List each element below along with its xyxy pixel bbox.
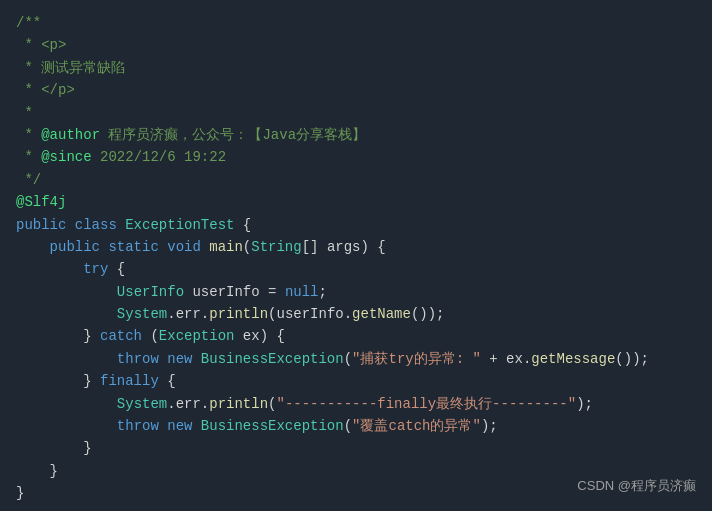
code-line-15: } catch (Exception ex) {: [16, 325, 696, 347]
code-line-10: public class ExceptionTest {: [16, 214, 696, 236]
code-line-9: @Slf4j: [16, 191, 696, 213]
code-line-14: System.err.println(userInfo.getName());: [16, 303, 696, 325]
watermark: CSDN @程序员济癫: [577, 476, 696, 497]
code-line-11: public static void main(String[] args) {: [16, 236, 696, 258]
code-line-17: } finally {: [16, 370, 696, 392]
code-line-16: throw new BusinessException("捕获try的异常: "…: [16, 348, 696, 370]
code-line-7: * @since 2022/12/6 19:22: [16, 146, 696, 168]
code-line-13: UserInfo userInfo = null;: [16, 281, 696, 303]
code-line-3: * 测试异常缺陷: [16, 57, 696, 79]
code-line-18: System.err.println("-----------finally最终…: [16, 393, 696, 415]
code-line-1: /**: [16, 12, 696, 34]
code-line-8: */: [16, 169, 696, 191]
code-editor: /** * <p> * 测试异常缺陷 * </p> * * @author 程序…: [0, 0, 712, 511]
code-line-6: * @author 程序员济癫，公众号：【Java分享客栈】: [16, 124, 696, 146]
code-line-12: try {: [16, 258, 696, 280]
code-line-5: *: [16, 102, 696, 124]
code-line-20: }: [16, 437, 696, 459]
code-line-2: * <p>: [16, 34, 696, 56]
code-line-4: * </p>: [16, 79, 696, 101]
code-line-19: throw new BusinessException("覆盖catch的异常"…: [16, 415, 696, 437]
